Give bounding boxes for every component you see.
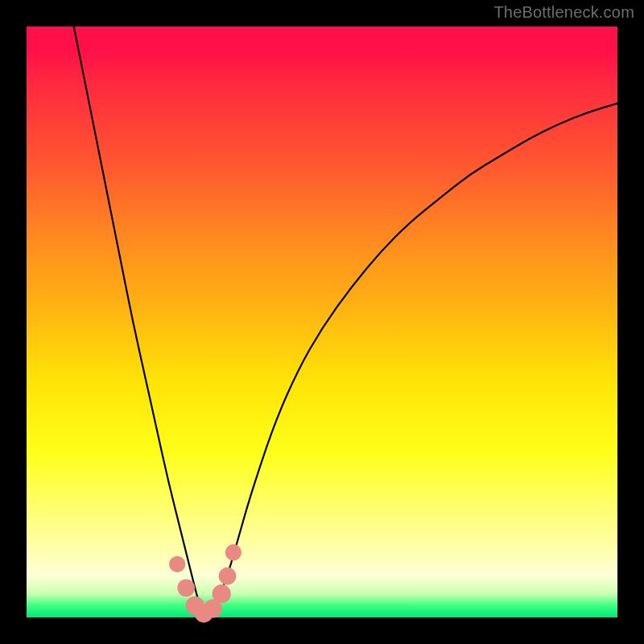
marker-dot — [169, 556, 185, 572]
chart-frame: TheBottleneck.com — [0, 0, 644, 644]
curve-line — [74, 27, 617, 614]
marker-dot — [225, 544, 242, 560]
watermark-text: TheBottleneck.com — [493, 3, 634, 22]
marker-dot — [219, 568, 237, 585]
marker-dot — [177, 579, 195, 597]
bottom-dots — [169, 544, 242, 622]
bottleneck-curve — [27, 27, 617, 617]
marker-dot — [213, 584, 231, 603]
plot-area — [27, 27, 617, 617]
